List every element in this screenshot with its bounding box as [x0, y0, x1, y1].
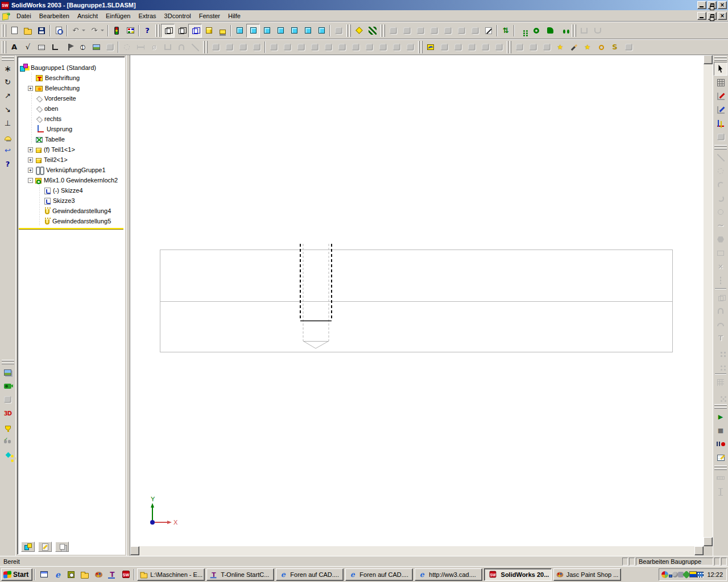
menu-bearbeiten[interactable]: Bearbeiten	[35, 11, 73, 20]
view-isometric-button[interactable]	[315, 24, 328, 38]
area-hatch-button[interactable]	[188, 41, 202, 53]
tree-item-teil1[interactable]: +(f) Teil1<1>	[18, 144, 125, 155]
feature-tool-7-button[interactable]	[349, 41, 362, 53]
sketch-fillet-button[interactable]	[714, 304, 727, 318]
rebuild-button[interactable]	[110, 24, 123, 38]
quicklaunch-paint-shop-pro-button[interactable]	[92, 568, 105, 581]
trim-entities-button[interactable]	[714, 331, 727, 345]
drill-tip-left[interactable]	[303, 341, 316, 348]
tangent-arc-button[interactable]	[714, 178, 727, 192]
circle-button[interactable]	[714, 205, 727, 219]
sketch-grid-button[interactable]	[714, 76, 727, 89]
doc-close-button[interactable]: ×	[718, 12, 727, 20]
balloon-button[interactable]	[35, 41, 48, 53]
feature-tool-2-button[interactable]	[280, 41, 294, 53]
add-to-favorites-button[interactable]	[581, 41, 594, 53]
redo-dropdown-icon[interactable]	[101, 30, 104, 33]
smart-fastener-button[interactable]	[553, 41, 567, 53]
panel-splitter[interactable]	[126, 55, 130, 556]
parallelogram-button[interactable]	[714, 290, 727, 304]
graphics-viewport[interactable]: YX	[130, 55, 704, 546]
tab-configurationmanager[interactable]	[55, 542, 69, 552]
toolbar-gripper[interactable]	[380, 24, 385, 37]
quicklaunch-show-desktop-button[interactable]	[38, 568, 50, 581]
rollback-tool-button[interactable]	[594, 41, 608, 53]
toolbar-gripper[interactable]	[572, 24, 576, 37]
tree-item-teil2[interactable]: +Teil2<1>	[18, 155, 125, 165]
toolbar-gripper[interactable]	[2, 24, 6, 37]
offset-entities-button[interactable]	[714, 318, 727, 331]
tree-item-tabelle[interactable]: Tabelle	[18, 134, 125, 144]
tree-item-skizze4[interactable]: (-) Skizze4	[18, 185, 125, 196]
view-bottom-button[interactable]	[301, 24, 315, 38]
tree-item-rechts[interactable]: rechts	[18, 114, 125, 124]
multi-jog-leader-button[interactable]	[175, 41, 188, 53]
tree-item-vorderseite[interactable]: Vorderseite	[18, 93, 125, 103]
toolbar-gripper[interactable]	[507, 41, 511, 53]
start-button[interactable]: Start	[1, 568, 32, 581]
toolbar-gripper[interactable]	[418, 41, 423, 53]
horizontal-scrollbar[interactable]	[130, 546, 704, 556]
polygon-button[interactable]	[714, 232, 727, 246]
weld-symbol-button[interactable]	[103, 41, 117, 53]
3d-instant-website-button[interactable]	[1, 406, 15, 420]
interference-detection-button[interactable]	[454, 24, 468, 38]
whats-this-button[interactable]	[1, 157, 15, 171]
select-button[interactable]	[714, 62, 727, 76]
component-pattern-button[interactable]	[516, 24, 530, 38]
quicklaunch-internet-explorer-button[interactable]	[51, 568, 64, 581]
toolbar-gripper[interactable]	[714, 404, 727, 409]
feature-tool-10-button[interactable]	[390, 41, 403, 53]
reference-axis-button[interactable]	[366, 24, 379, 38]
task-button-4[interactable]: Foren auf CAD....	[345, 568, 413, 581]
extrude-cut-button[interactable]	[591, 24, 605, 38]
menu-extras[interactable]: Extras	[134, 11, 160, 20]
feature-tool-3-button[interactable]	[294, 41, 308, 53]
feature-tool-4-button[interactable]	[308, 41, 321, 53]
assembly-feature-button[interactable]	[468, 24, 482, 38]
tree-item-skizze3[interactable]: Skizze3	[18, 196, 125, 206]
view-right-button[interactable]	[274, 24, 287, 38]
sketch-points-button[interactable]	[714, 389, 727, 403]
display-hidden-lines-removed-button[interactable]	[175, 24, 188, 38]
feature-statistics-button[interactable]	[1, 447, 15, 461]
derived-pattern-button[interactable]	[543, 24, 557, 38]
feature-tool-6-button[interactable]	[335, 41, 349, 53]
close-button[interactable]: ×	[718, 1, 727, 9]
menu-fenster[interactable]: Fenster	[195, 11, 224, 20]
photoworks-render-button[interactable]	[1, 365, 15, 379]
center-mark-button[interactable]	[120, 41, 134, 53]
component-wizard-button[interactable]	[482, 24, 495, 38]
tray-year3d-icon[interactable]	[689, 571, 697, 577]
sheetmetal-tool-1-button[interactable]	[512, 41, 526, 53]
feature-tool-11-button[interactable]	[403, 41, 417, 53]
design-table-button[interactable]	[714, 451, 727, 464]
expand-box-teil1[interactable]: +	[28, 147, 33, 152]
undo-dropdown-icon[interactable]	[82, 30, 85, 33]
grid-system-button[interactable]	[714, 376, 727, 389]
tree-item-gewindedarstellung4[interactable]: Gewindedarstellung4	[18, 206, 125, 216]
undo-button[interactable]	[69, 24, 88, 38]
menu-datei[interactable]: Datei	[13, 11, 35, 20]
task-button-6[interactable]: SolidWorks 20...	[484, 568, 552, 581]
expand-box-verknuepfunggruppe1[interactable]: +	[28, 168, 33, 173]
hide-component-button[interactable]	[400, 24, 413, 38]
move-component-button[interactable]	[499, 24, 512, 38]
weld-bead-button[interactable]	[209, 41, 222, 53]
tree-item-verknuepfunggruppe1[interactable]: +VerknüpfungGruppe1	[18, 165, 125, 175]
menu-einfügen[interactable]: Einfügen	[102, 11, 134, 20]
view-top-button[interactable]	[287, 24, 301, 38]
view-left-button[interactable]	[260, 24, 274, 38]
scroll-left-button[interactable]	[130, 546, 139, 555]
toolbar-gripper[interactable]	[2, 56, 14, 61]
toolbar-gripper[interactable]	[714, 465, 727, 470]
animation-stop-button[interactable]	[714, 423, 727, 437]
vertical-dimension-button[interactable]	[714, 485, 727, 498]
task-button-7[interactable]: Jasc Paint Shop ...	[553, 568, 621, 581]
display-wireframe-button[interactable]	[161, 24, 175, 38]
view-back-button[interactable]	[246, 24, 260, 38]
restore-button[interactable]	[708, 1, 717, 9]
toolbar-gripper[interactable]	[714, 145, 727, 149]
edit-route-button[interactable]	[567, 41, 581, 53]
construction-circle-button[interactable]	[714, 164, 727, 178]
